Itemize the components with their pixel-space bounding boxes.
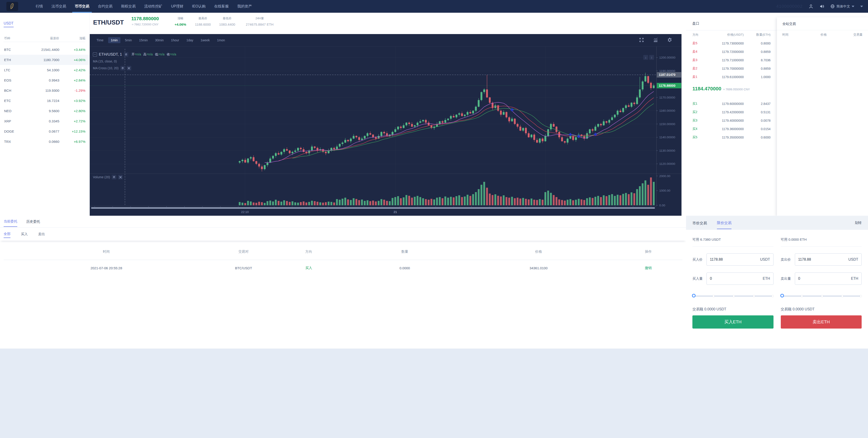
slider-handle[interactable]	[780, 294, 784, 298]
candlestick-chart[interactable]: 1200.000001190.000001170.000001160.00000…	[90, 46, 682, 216]
orders-subtab[interactable]: 买入	[21, 231, 28, 238]
scroll-down-icon[interactable]: ↓	[643, 55, 648, 60]
order-side: 买入	[274, 266, 343, 270]
market-row[interactable]: LTC 54.1000 +2.42%	[0, 65, 90, 75]
scroll-expand-icon[interactable]: ↕	[649, 55, 654, 60]
timeframe-button[interactable]: 1day	[184, 37, 196, 43]
kline-chart-panel: Time1min5min15min30min1hour1day1week1mon…	[90, 34, 682, 216]
slider-handle[interactable]	[692, 294, 695, 298]
ask-row[interactable]: 卖4 1179.72000000 0.8859	[686, 48, 777, 56]
stat-change: 涨幅+4.06%	[175, 17, 186, 26]
orders-subtab[interactable]: 全部	[4, 230, 10, 238]
market-row[interactable]: NEO 9.5600 +2.80%	[0, 106, 90, 116]
globe-icon	[830, 4, 835, 9]
nav-item[interactable]: UP理财	[167, 0, 188, 13]
tab-market-trade[interactable]: 市价交易	[692, 217, 707, 229]
timeframe-button[interactable]: 30min	[152, 37, 166, 43]
orders-tab[interactable]: 当前委托	[4, 216, 17, 227]
fullscreen-icon[interactable]	[639, 37, 644, 43]
pair-title: ETH/USDT	[93, 19, 124, 26]
timeframe-button[interactable]: 1hour	[168, 37, 182, 43]
orderbook-asks: 卖5 1179.73000000 0.8000 卖4 1179.72000000…	[686, 39, 777, 81]
svg-text:1130.00000: 1130.00000	[659, 149, 675, 152]
sell-price-field: USDT	[795, 253, 862, 265]
buy-price-field: USDT	[707, 253, 774, 265]
ask-row[interactable]: 卖1 1179.61000000 1.0000	[686, 73, 777, 81]
nav-item[interactable]: 行情	[31, 0, 47, 13]
buy-percent-slider[interactable]	[692, 294, 774, 298]
timeframe-button[interactable]: 1week	[198, 37, 212, 43]
tab-limit-trade[interactable]: 限价交易	[717, 217, 732, 229]
nav-item[interactable]: 在线客服	[210, 0, 233, 13]
bid-row[interactable]: 买5 1179.35000000 0.6000	[686, 133, 777, 142]
chevron-down-icon[interactable]	[860, 6, 863, 7]
stat-volume: 24H量274675.8847 ETH	[246, 17, 274, 26]
market-row[interactable]: ETC 16.7224 +3.92%	[0, 96, 90, 106]
ask-row[interactable]: 卖3 1179.71000000 8.7036	[686, 56, 777, 64]
last-price-cny: ≈ 7662.720000 CNY	[131, 23, 159, 26]
indicator-icon[interactable]	[653, 37, 658, 43]
divider	[692, 246, 774, 247]
gear-icon[interactable]	[112, 175, 116, 179]
nav-item[interactable]: 合约交易	[94, 0, 117, 13]
bid-row[interactable]: 买4 1179.36000000 0.0154	[686, 125, 777, 133]
nav-item[interactable]: 币币交易	[70, 0, 94, 13]
mid-price: 1184.470000	[692, 86, 721, 92]
timeframe-button[interactable]: 15min	[136, 37, 150, 43]
market-row[interactable]: EOS 0.9943 +2.84%	[0, 75, 90, 85]
sell-total: 交易额 0.0000 USDT	[781, 307, 862, 312]
nav-item[interactable]: IEO认购	[188, 0, 210, 13]
user-icon[interactable]	[808, 4, 813, 9]
nav-item[interactable]: 我的资产	[233, 0, 256, 13]
market-row[interactable]: XRP 0.3345 +2.72%	[0, 116, 90, 126]
svg-text:1150.00000: 1150.00000	[659, 122, 675, 126]
sell-amount-input[interactable]	[798, 277, 851, 281]
market-row[interactable]: ETH 1180.7000 +4.06%	[0, 55, 90, 65]
last-price-block: 1178.880000 ≈ 7662.720000 CNY	[131, 16, 159, 26]
orderbook-panel: 盘口 方向 价格(USDT) 数量(ETH) 卖5 1179.73000000 …	[686, 13, 777, 216]
trade-form-body: 可用 6.7380 USDT 买入价 USDT 买入量 ETH	[686, 230, 868, 348]
nav-item[interactable]: 期权交易	[117, 0, 140, 13]
ask-row[interactable]: 卖5 1179.73000000 0.8000	[686, 39, 777, 48]
bid-row[interactable]: 买1 1179.60000000 2.8437	[686, 99, 777, 108]
market-row[interactable]: DOGE 0.0677 +12.15%	[0, 126, 90, 136]
nav-item[interactable]: 法币交易	[47, 0, 70, 13]
svg-text:1170.00000: 1170.00000	[659, 96, 675, 99]
ticker-bar: ETH/USDT 1178.880000 ≈ 7662.720000 CNY 涨…	[0, 13, 686, 34]
language-selector[interactable]: 简体中文	[830, 4, 855, 9]
buy-amount-input[interactable]	[710, 277, 763, 281]
gear-icon[interactable]	[120, 66, 125, 70]
tab-usdt[interactable]: USDT	[4, 21, 13, 27]
close-icon[interactable]	[127, 66, 131, 70]
market-row[interactable]: BCH 119.9300 -1.29%	[0, 85, 90, 96]
sell-price-label: 卖出价	[781, 257, 795, 262]
gear-icon[interactable]	[124, 52, 128, 57]
nav-item[interactable]: 流动性挖矿	[140, 0, 167, 13]
sell-price-input[interactable]	[798, 257, 848, 261]
orders-subtab[interactable]: 卖出	[38, 231, 45, 238]
buy-available: 可用 6.7380 USDT	[692, 238, 774, 242]
timeframe-button[interactable]: 1min	[108, 37, 120, 43]
market-row[interactable]: BTC 21541.4400 +3.44%	[0, 44, 90, 55]
sell-button[interactable]: 卖出ETH	[781, 315, 862, 328]
bid-row[interactable]: 买3 1179.40000000 0.0078	[686, 116, 777, 125]
timeframe-button[interactable]: Time	[94, 37, 106, 43]
orderbook-bids: 买1 1179.60000000 2.8437 买2 1179.42000000…	[686, 99, 777, 142]
cancel-order-link[interactable]: 撤销	[645, 266, 652, 270]
orders-tab[interactable]: 历史委托	[26, 216, 40, 227]
brand-logo[interactable]	[6, 2, 18, 11]
buy-price-input[interactable]	[710, 257, 760, 261]
speaker-icon[interactable]	[819, 4, 825, 9]
ask-row[interactable]: 卖2 1179.70000000 0.8859	[686, 64, 777, 73]
order-pair: BTC/USDT	[213, 266, 274, 270]
bid-row[interactable]: 买2 1179.42000000 0.5131	[686, 108, 777, 116]
close-icon[interactable]	[118, 175, 123, 179]
sell-percent-slider[interactable]	[781, 294, 862, 298]
gear-icon[interactable]	[667, 37, 673, 43]
transfer-link[interactable]: 划转	[855, 221, 862, 225]
trades-header: 时间 价格 交易量	[777, 30, 868, 39]
market-row[interactable]: TRX 0.0660 +6.97%	[0, 136, 90, 147]
buy-button[interactable]: 买入ETH	[692, 315, 774, 328]
timeframe-button[interactable]: 5min	[122, 37, 134, 43]
timeframe-button[interactable]: 1mon	[214, 37, 228, 43]
